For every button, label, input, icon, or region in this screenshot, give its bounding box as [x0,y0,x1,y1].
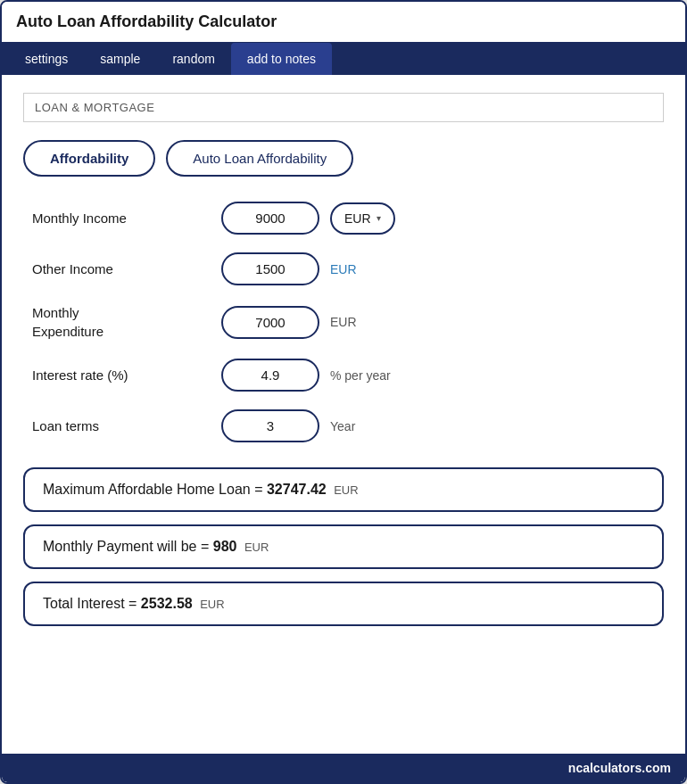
loan-terms-input[interactable] [221,409,319,442]
tab-row: Affordability Auto Loan Affordability [23,140,664,177]
monthly-expenditure-unit: EUR [330,315,357,329]
nav-add-to-notes[interactable]: add to notes [231,43,332,75]
result-monthly-payment-value: 980 [213,539,237,554]
interest-rate-row: Interest rate (%) % per year [32,359,655,392]
result-max-loan: Maximum Affordable Home Loan = 32747.42 … [23,467,664,512]
result-monthly-payment-label: Monthly Payment will be [43,539,197,554]
monthly-income-input[interactable] [221,202,319,235]
result-total-interest-operator: = [128,596,141,611]
tab-auto-loan-affordability[interactable]: Auto Loan Affordability [166,140,353,177]
result-total-interest-label: Total Interest [43,596,125,611]
dropdown-arrow-icon: ▾ [377,213,381,223]
nav-settings[interactable]: settings [9,43,84,75]
interest-rate-input[interactable] [221,359,319,392]
currency-value: EUR [344,211,371,226]
result-max-loan-label: Maximum Affordable Home Loan [43,482,251,497]
title-bar: Auto Loan Affordability Calculator [2,2,685,43]
result-max-loan-unit: EUR [334,483,358,497]
calculator-container: Auto Loan Affordability Calculator setti… [0,0,687,784]
result-total-interest-value: 2532.58 [141,596,193,611]
monthly-expenditure-row: MonthlyExpenditure EUR [32,303,655,341]
monthly-income-row: Monthly Income EUR ▾ [32,202,655,235]
tab-affordability[interactable]: Affordability [23,140,155,177]
monthly-expenditure-label: MonthlyExpenditure [32,303,211,341]
result-total-interest-unit: EUR [200,598,224,611]
loan-terms-row: Loan terms Year [32,409,655,442]
result-monthly-payment-unit: EUR [244,541,269,554]
nav-sample[interactable]: sample [84,43,156,75]
monthly-income-label: Monthly Income [32,210,211,226]
fields-section: Monthly Income EUR ▾ Other Income EUR Mo… [23,202,664,442]
loan-terms-label: Loan terms [32,418,211,433]
window-title: Auto Loan Affordability Calculator [16,12,277,30]
result-max-loan-value: 32747.42 [267,482,327,497]
result-monthly-payment: Monthly Payment will be = 980 EUR [23,524,664,569]
result-total-interest: Total Interest = 2532.58 EUR [23,582,664,626]
main-content: LOAN & MORTGAGE Affordability Auto Loan … [2,75,685,754]
nav-bar: settings sample random add to notes [2,43,685,75]
loan-terms-unit: Year [330,419,355,433]
other-income-input[interactable] [221,252,319,285]
result-max-loan-operator: = [254,482,267,497]
currency-dropdown[interactable]: EUR ▾ [330,202,395,235]
other-income-row: Other Income EUR [32,252,655,285]
interest-rate-label: Interest rate (%) [32,367,211,383]
monthly-expenditure-input[interactable] [221,306,319,339]
result-monthly-payment-operator: = [201,539,213,554]
brand-label: ncalculators.com [568,761,671,775]
section-label: LOAN & MORTGAGE [23,93,664,122]
footer-bar: ncalculators.com [2,754,685,782]
other-income-label: Other Income [32,261,211,276]
interest-rate-unit: % per year [330,368,391,383]
nav-random[interactable]: random [156,43,230,75]
other-income-unit: EUR [330,262,357,276]
